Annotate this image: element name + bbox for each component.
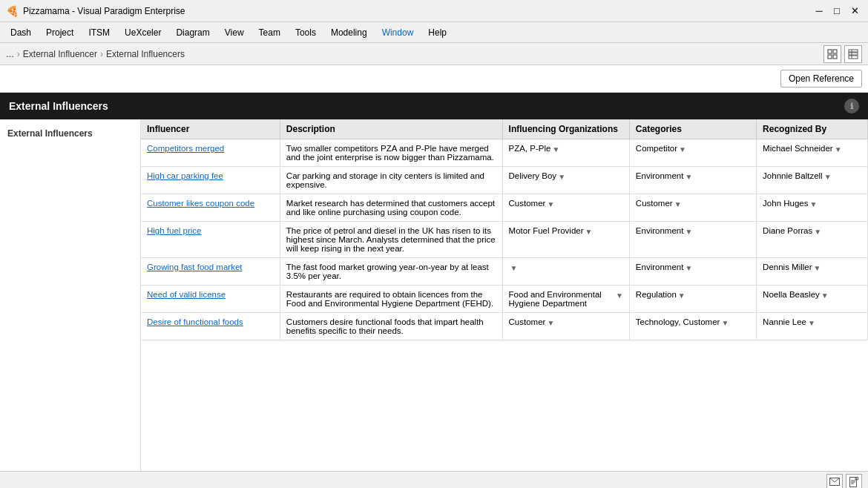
email-icon-button[interactable] (826, 474, 843, 489)
dropdown-arrow-icon[interactable]: ▼ (824, 173, 832, 181)
menu-item-itsm[interactable]: ITSM (81, 24, 117, 41)
dropdown-arrow-icon[interactable]: ▼ (585, 228, 593, 236)
menu-item-uexceler[interactable]: UeXceler (117, 24, 168, 41)
dropdown-arrow-icon[interactable]: ▼ (809, 200, 817, 208)
menu-item-diagram[interactable]: Diagram (168, 24, 217, 41)
svg-rect-4 (849, 50, 858, 52)
influencing-orgs-dropdown: Customer ▼ (509, 317, 623, 327)
document-icon-button[interactable] (846, 474, 862, 489)
dropdown-arrow-icon[interactable]: ▼ (821, 291, 829, 300)
influencer-link[interactable]: Need of valid license (147, 290, 226, 299)
influencer-name-cell[interactable]: High car parking fee (141, 167, 280, 194)
menu-item-window[interactable]: Window (375, 24, 421, 41)
categories-dropdown: Environment ▼ (636, 171, 750, 181)
menu-item-help[interactable]: Help (421, 24, 454, 41)
influencer-link[interactable]: Growing fast food market (147, 263, 242, 271)
description-text: Market research has determined that cust… (286, 199, 495, 217)
title-bar-controls: ─ □ ✕ (812, 4, 862, 19)
influencer-link[interactable]: Competitors merged (147, 144, 224, 153)
recognized-by-dropdown: Nannie Lee ▼ (763, 317, 861, 327)
recognized-by-dropdown: Johnnie Baltzell ▼ (763, 171, 861, 181)
influencer-name-cell[interactable]: Desire of functional foods (141, 313, 280, 340)
breadcrumb-external-influencers[interactable]: External Influencers (106, 49, 185, 59)
dropdown-arrow-icon[interactable]: ▼ (552, 145, 559, 154)
influencer-name-cell[interactable]: High fuel price (141, 222, 280, 258)
influencing-orgs-value: Food and Environmental Hygiene Departmen… (509, 290, 614, 308)
dropdown-arrow-icon[interactable]: ▼ (814, 264, 821, 272)
dropdown-arrow-icon[interactable]: ▼ (721, 319, 729, 327)
categories-dropdown: Environment ▼ (636, 263, 750, 272)
dropdown-arrow-icon[interactable]: ▼ (558, 173, 565, 181)
open-reference-button[interactable]: Open Reference (780, 70, 862, 88)
description-text: Two smaller competitors PZA and P-Ple ha… (286, 144, 494, 162)
dropdown-arrow-icon[interactable]: ▼ (814, 228, 821, 236)
table-row: Growing fast food market The fast food m… (141, 258, 868, 286)
dropdown-arrow-icon[interactable]: ▼ (835, 145, 842, 154)
maximize-button[interactable]: □ (829, 4, 844, 19)
influencer-name-cell[interactable]: Customer likes coupon code (141, 194, 280, 222)
recognized-by-cell: Johnnie Baltzell ▼ (757, 167, 868, 194)
influencer-name-cell[interactable]: Growing fast food market (141, 258, 280, 286)
influencer-name-cell[interactable]: Competitors merged (141, 139, 280, 167)
influencer-link[interactable]: High fuel price (147, 226, 202, 235)
influencing-orgs-cell: Delivery Boy ▼ (502, 167, 629, 194)
dropdown-arrow-icon[interactable]: ▼ (685, 264, 692, 272)
dropdown-arrow-icon[interactable]: ▼ (678, 291, 685, 300)
dropdown-arrow-icon[interactable]: ▼ (808, 319, 815, 327)
col-influencing-orgs: Influencing Organizations (502, 119, 629, 139)
influencing-orgs-cell: Food and Environmental Hygiene Departmen… (502, 286, 629, 313)
influencer-link[interactable]: Desire of functional foods (147, 317, 243, 326)
menu-item-project[interactable]: Project (39, 24, 81, 41)
breadcrumb-dots[interactable]: ... (6, 48, 14, 59)
recognized-by-cell: Michael Schneider ▼ (757, 139, 868, 167)
title-bar-left: 🍕 Pizzamama - Visual Paradigm Enterprise (6, 5, 185, 17)
toolbar-area: Open Reference (0, 65, 868, 93)
menu-item-dash[interactable]: Dash (3, 24, 39, 41)
menu-item-team[interactable]: Team (251, 24, 288, 41)
influencer-link[interactable]: High car parking fee (147, 171, 223, 180)
breadcrumb-sep-1: › (17, 49, 20, 59)
dropdown-arrow-icon[interactable]: ▼ (679, 145, 686, 154)
menu-item-tools[interactable]: Tools (288, 24, 323, 41)
status-bar (0, 471, 868, 488)
categories-value: Regulation (636, 290, 677, 299)
main-content: External Influencers Influencer Descript… (0, 119, 868, 471)
categories-cell: Environment ▼ (629, 258, 756, 286)
table-row: High car parking fee Car parking and sto… (141, 167, 868, 194)
dropdown-arrow-icon[interactable]: ▼ (547, 319, 554, 327)
categories-cell: Customer ▼ (629, 194, 756, 222)
dropdown-arrow-icon[interactable]: ▼ (616, 291, 623, 300)
breadcrumb-icons (823, 45, 862, 63)
categories-cell: Environment ▼ (629, 222, 756, 258)
section-header: External Influencers ℹ (0, 93, 868, 119)
breadcrumb-external-influencer[interactable]: External Influencer (23, 49, 97, 59)
categories-dropdown: Competitor ▼ (636, 144, 750, 154)
close-button[interactable]: ✕ (847, 4, 862, 19)
influencing-orgs-dropdown: Food and Environmental Hygiene Departmen… (509, 290, 623, 308)
table-row: Customer likes coupon code Market resear… (141, 194, 868, 222)
breadcrumb-icon-btn-1[interactable] (823, 45, 841, 63)
influencing-orgs-value: Customer (509, 199, 546, 208)
dropdown-arrow-icon[interactable]: ▼ (674, 200, 682, 208)
table-area[interactable]: Influencer Description Influencing Organ… (141, 119, 868, 471)
recognized-by-dropdown: Noella Beasley ▼ (763, 290, 861, 300)
dropdown-arrow-icon[interactable]: ▼ (685, 173, 692, 181)
svg-rect-5 (849, 53, 858, 55)
menu-item-modeling[interactable]: Modeling (323, 24, 375, 41)
dropdown-arrow-icon[interactable]: ▼ (685, 228, 692, 236)
description-cell: Market research has determined that cust… (280, 194, 502, 222)
minimize-button[interactable]: ─ (812, 4, 826, 19)
dropdown-arrow-icon[interactable]: ▼ (547, 200, 554, 208)
influencer-link[interactable]: Customer likes coupon code (147, 199, 254, 208)
categories-value: Technology, Customer (636, 317, 720, 326)
section-header-icon: ℹ (844, 99, 859, 113)
influencers-table: Influencer Description Influencing Organ… (141, 119, 868, 340)
menu-item-view[interactable]: View (217, 24, 251, 41)
influencer-name-cell[interactable]: Need of valid license (141, 286, 280, 313)
breadcrumb-icon-btn-2[interactable] (844, 45, 862, 63)
description-text: The price of petrol and diesel in the UK… (286, 226, 496, 253)
dropdown-arrow-icon[interactable]: ▼ (510, 264, 518, 272)
title-bar: 🍕 Pizzamama - Visual Paradigm Enterprise… (0, 0, 868, 22)
recognized-by-cell: Diane Porras ▼ (757, 222, 868, 258)
recognized-by-cell: John Huges ▼ (757, 194, 868, 222)
